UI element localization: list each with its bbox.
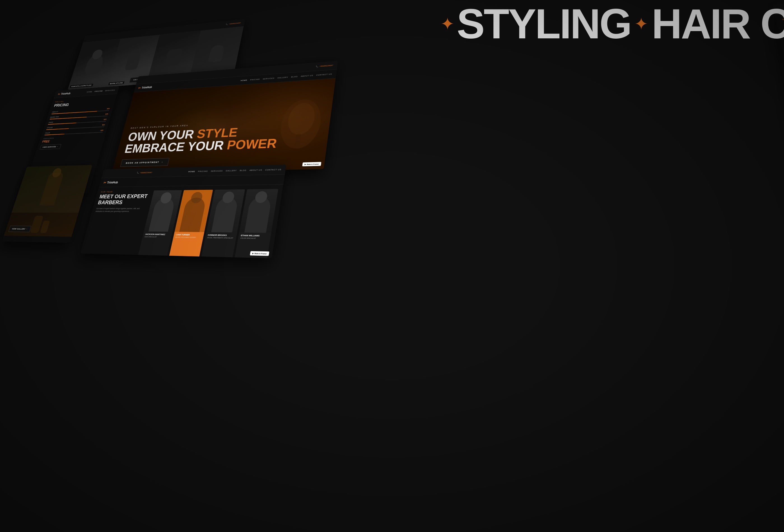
pricing-nav-logo: ✂ TrimHub xyxy=(57,91,71,96)
ethan-role: Color Specialist xyxy=(238,237,271,241)
gallery-content: VIEW GALLERY → xyxy=(5,165,92,233)
pricing-nav-links: HOME PRICING SERVICES xyxy=(86,89,115,93)
hero-nav-home[interactable]: HOME xyxy=(241,79,248,82)
hero-made-badge: ▶ Made in Framer xyxy=(302,162,321,166)
team-nav-blog[interactable]: BLOG xyxy=(240,169,247,172)
team-nav-gallery[interactable]: GALLERY xyxy=(225,169,237,172)
gallery-photo-1 xyxy=(11,165,92,213)
hero-text-block: BEST MEN'S PARLOUR IN YOUR AREA OWN YOUR… xyxy=(120,118,322,167)
team-nav-contact[interactable]: CONTACT US xyxy=(265,168,282,171)
team-logo: ✂ TrimHub xyxy=(103,180,118,185)
team-title: MEET OUR EXPERT BARBERS xyxy=(97,193,150,205)
hero-background: BEST MEN'S PARLOUR IN YOUR AREA OWN YOUR… xyxy=(111,78,336,174)
pricing-item-shave: SHAVE $25 xyxy=(48,118,107,125)
panel-team: 📞 +99990234067 HOME PRICING SERVICES GAL… xyxy=(80,165,286,258)
phone-icon: 📞 xyxy=(226,23,228,25)
liam-name: LIAM TURNER xyxy=(174,232,204,237)
connor-name: CONNOR BROOKS xyxy=(205,232,237,237)
hero-nav-blog[interactable]: BLOG xyxy=(291,76,298,78)
pricing-item-color: COLOR $20 xyxy=(45,129,104,136)
star-decor-2: ✦ xyxy=(634,14,648,34)
pricing-item-styling: STYLING $20 xyxy=(46,124,105,130)
jackson-role: Hair Specialist xyxy=(142,236,171,240)
gallery-view-button[interactable]: VIEW GALLERY → xyxy=(8,226,31,232)
ethan-photo xyxy=(239,189,278,233)
team-section-label: OUR TEAM xyxy=(101,190,151,193)
hero-scissors-icon: ✂ xyxy=(138,86,141,90)
liam-role: Beard Grooming Expert xyxy=(173,236,203,240)
pricing-view-services-btn[interactable]: VIEW SERVICES → xyxy=(40,144,61,149)
hero-cta-button[interactable]: BOOK AN APPOINTMENT → xyxy=(120,158,169,167)
big-text-hair: HAIR C xyxy=(651,3,784,45)
team-scissors-icon: ✂ xyxy=(103,180,107,185)
scene: ✦ STYLING ✦ HAIR C 📞 +99990234067 xyxy=(0,0,784,532)
layout-wrapper: 📞 +99990234067 HAIRCUTS & HAIRSTYLING xyxy=(0,0,784,532)
hero-power: POWER xyxy=(226,136,278,152)
team-nav-home[interactable]: HOME xyxy=(188,170,195,173)
hero-nav-about[interactable]: ABOUT US xyxy=(301,75,313,78)
nav-services[interactable]: SERVICES xyxy=(105,89,115,91)
big-text-styling: STYLING xyxy=(457,3,631,45)
team-nav-links: HOME PRICING SERVICES GALLERY BLOG ABOUT… xyxy=(188,168,282,173)
hero-nav-services[interactable]: SERVICES xyxy=(263,77,275,80)
team-members: JACKSON MARTINEZ Hair Specialist LIAM TU… xyxy=(137,189,278,258)
nav-phone: 📞 +99990234067 xyxy=(226,22,241,25)
nav-home[interactable]: HOME xyxy=(86,91,93,93)
team-content: OUR TEAM MEET OUR EXPERT BARBERS Our tea… xyxy=(80,185,283,258)
hero-logo: ✂ TrimHub xyxy=(138,85,152,90)
hero-nav-phone: 📞 +99990234067 xyxy=(316,64,334,67)
ethan-name: ETHAN WILLIAMS xyxy=(238,232,271,238)
team-nav-phone: 📞 +99990234067 xyxy=(137,171,152,174)
team-nav-services[interactable]: SERVICES xyxy=(211,170,223,172)
jackson-name: JACKSON MARTINEZ xyxy=(143,231,172,236)
nav-pricing[interactable]: PRICING xyxy=(94,90,103,92)
hero-nav-gallery[interactable]: GALLERY xyxy=(277,76,288,79)
team-desc: Our team of expert barbers brings togeth… xyxy=(95,207,147,213)
team-nav-about[interactable]: ABOUT US xyxy=(249,169,262,171)
connor-photo xyxy=(206,189,245,232)
star-decor-1: ✦ xyxy=(441,14,454,34)
team-nav-pricing[interactable]: PRICING xyxy=(198,170,208,172)
hero-nav-contact[interactable]: CONTACT US xyxy=(316,73,332,76)
hero-nav-pricing[interactable]: PRICING xyxy=(250,78,260,81)
panel-gallery: VIEW GALLERY → xyxy=(2,165,92,243)
panel-hero: 📞 +99990234067 ✂ TrimHub HOME PRICING SE… xyxy=(111,61,338,174)
team-made-badge: ▶ Made in Framer xyxy=(250,251,269,256)
connor-role: Facial Treatments Specialist xyxy=(205,237,236,241)
